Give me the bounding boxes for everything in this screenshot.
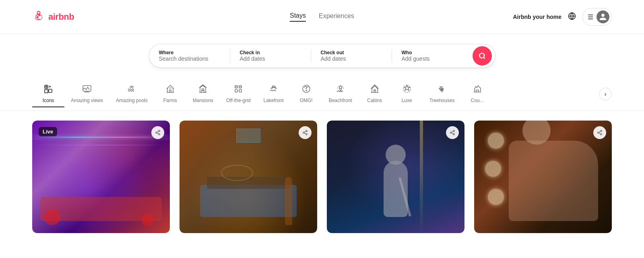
- svg-rect-5: [49, 89, 52, 92]
- lakefront-icon: [269, 84, 279, 95]
- airbnb-home-button[interactable]: Airbnb your home: [513, 14, 561, 20]
- category-col[interactable]: Cou...: [461, 81, 493, 107]
- where-section[interactable]: Where Search destinations: [149, 44, 230, 68]
- categories-bar: Icons Amazing views Amazing pools: [0, 74, 644, 111]
- svg-point-28: [303, 132, 305, 133]
- category-treehouses-label: Treehouses: [429, 98, 455, 103]
- where-input[interactable]: Search destinations: [159, 55, 220, 62]
- share-button-2[interactable]: [299, 126, 312, 139]
- category-amazing-pools-label: Amazing pools: [116, 98, 148, 103]
- category-cabins[interactable]: Cabins: [359, 81, 391, 107]
- category-off-the-grid[interactable]: Off-the-grid: [220, 81, 257, 107]
- svg-point-39: [601, 133, 602, 135]
- card-1-image: [32, 121, 170, 233]
- svg-rect-13: [239, 90, 242, 92]
- svg-point-2: [479, 53, 484, 58]
- search-button[interactable]: [473, 46, 492, 66]
- category-omg[interactable]: OMG!: [290, 81, 322, 107]
- listing-card-1[interactable]: Live: [32, 121, 170, 233]
- svg-rect-12: [235, 90, 237, 92]
- category-icons-label: Icons: [43, 98, 54, 103]
- listing-card-3[interactable]: [327, 121, 464, 233]
- category-farms-label: Farms: [163, 98, 177, 103]
- icons-icon: [43, 84, 53, 95]
- user-avatar: [597, 10, 609, 23]
- off-the-grid-icon: [233, 84, 243, 95]
- header: airbnb Stays Experiences Airbnb your hom…: [0, 0, 644, 34]
- who-value: Add guests: [402, 55, 463, 62]
- svg-line-30: [304, 133, 306, 134]
- col-icon: [473, 84, 482, 95]
- checkout-label: Check out: [321, 50, 382, 55]
- svg-line-31: [304, 131, 306, 132]
- svg-line-40: [599, 133, 601, 134]
- category-col-label: Cou...: [471, 98, 484, 103]
- globe-icon[interactable]: [568, 12, 576, 22]
- logo-text: airbnb: [48, 12, 74, 22]
- nav-right: Airbnb your home ☰: [513, 8, 612, 26]
- treehouses-icon: [437, 84, 447, 95]
- logo[interactable]: airbnb: [32, 10, 74, 23]
- svg-line-36: [452, 131, 453, 132]
- nav-experiences[interactable]: Experiences: [319, 12, 354, 21]
- svg-point-37: [601, 130, 602, 132]
- search-bar: Where Search destinations Check in Add d…: [149, 44, 495, 68]
- svg-point-27: [306, 130, 308, 132]
- nav-stays[interactable]: Stays: [290, 12, 306, 22]
- svg-point-29: [306, 133, 308, 135]
- share-button-4[interactable]: [593, 126, 606, 139]
- categories-next-button[interactable]: ›: [599, 88, 612, 100]
- svg-point-33: [450, 132, 452, 133]
- svg-rect-16: [272, 86, 275, 88]
- svg-point-23: [156, 132, 157, 133]
- svg-line-3: [483, 57, 485, 58]
- svg-line-25: [157, 133, 159, 134]
- category-amazing-pools[interactable]: Amazing pools: [109, 81, 154, 107]
- where-label: Where: [159, 50, 220, 55]
- share-button-1[interactable]: [151, 126, 164, 139]
- svg-point-22: [159, 130, 160, 132]
- amazing-views-icon: [82, 84, 92, 95]
- card-2-image: [180, 121, 317, 233]
- category-mansions[interactable]: Mansions: [186, 81, 220, 107]
- checkout-value: Add dates: [321, 55, 382, 62]
- search-section: Where Search destinations Check in Add d…: [0, 34, 644, 74]
- category-lakefront[interactable]: Lakefront: [257, 81, 290, 107]
- beachfront-icon: [336, 84, 345, 95]
- category-farms[interactable]: Farms: [154, 81, 186, 107]
- svg-line-41: [599, 131, 601, 132]
- category-icons[interactable]: Icons: [32, 81, 64, 107]
- checkout-section[interactable]: Check out Add dates: [311, 44, 392, 68]
- checkin-section[interactable]: Check in Add dates: [230, 44, 311, 68]
- category-lakefront-label: Lakefront: [264, 98, 284, 103]
- svg-point-38: [598, 132, 599, 133]
- svg-line-35: [452, 133, 453, 134]
- hamburger-icon: ☰: [588, 13, 593, 21]
- category-luxe-label: Luxe: [402, 98, 412, 103]
- category-cabins-label: Cabins: [367, 98, 382, 103]
- category-beachfront[interactable]: Beachfront: [322, 81, 359, 107]
- main-nav: Stays Experiences: [290, 12, 354, 22]
- category-off-the-grid-label: Off-the-grid: [226, 98, 250, 103]
- category-luxe[interactable]: Luxe: [391, 81, 423, 107]
- category-treehouses[interactable]: Treehouses: [423, 81, 461, 107]
- listing-card-2[interactable]: [180, 121, 317, 233]
- category-amazing-views-label: Amazing views: [71, 98, 103, 103]
- user-menu[interactable]: ☰: [582, 8, 612, 26]
- mansions-icon: [198, 84, 208, 95]
- svg-point-19: [339, 86, 342, 88]
- svg-point-18: [306, 90, 307, 91]
- svg-point-24: [159, 133, 160, 135]
- listings-grid: Live: [0, 111, 644, 243]
- omg-icon: [301, 84, 311, 95]
- checkin-value: Add dates: [240, 55, 301, 62]
- cabins-icon: [370, 84, 380, 95]
- airbnb-logo-icon: [32, 10, 45, 23]
- category-beachfront-label: Beachfront: [329, 98, 352, 103]
- who-section[interactable]: Who Add guests: [392, 44, 473, 68]
- svg-point-20: [403, 85, 411, 92]
- listing-card-4[interactable]: [474, 121, 612, 233]
- share-button-3[interactable]: [446, 126, 459, 139]
- card-4-image: [474, 121, 612, 233]
- category-amazing-views[interactable]: Amazing views: [64, 81, 109, 107]
